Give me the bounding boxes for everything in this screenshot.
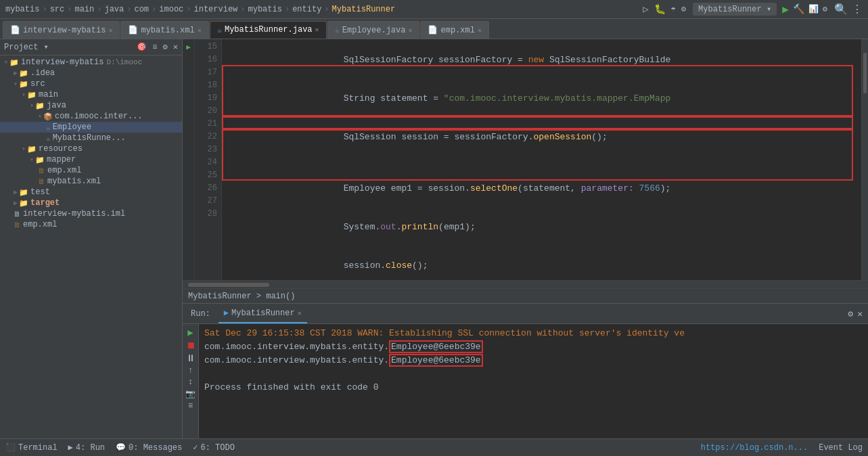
tree-item-main[interactable]: ▾ 📁 main	[0, 89, 182, 100]
output-warn-identity: identity	[626, 328, 668, 338]
run-toolbar: ▶ ⏹ ⏸ ↑ ↕ 📷 ≡	[183, 324, 199, 438]
editor-breadcrumb-text: MybatisRunner > main()	[188, 292, 295, 301]
todo-label: 6: TODO	[201, 443, 235, 453]
tab-interview-mybatis[interactable]: 📄 interview-mybatis ✕	[3, 21, 120, 39]
breadcrumb-main[interactable]: main	[74, 5, 94, 14]
settings-icon[interactable]: ⚙	[823, 4, 827, 14]
output-warn-without: without	[536, 328, 574, 338]
tab-close-emp-xml[interactable]: ✕	[478, 26, 482, 35]
messages-icon: 💬	[116, 442, 126, 453]
todo-icon: ✓	[193, 442, 198, 453]
tab-close-employee[interactable]: ✕	[408, 26, 412, 35]
tree-item-target[interactable]: ▶ 📁 target	[0, 198, 182, 208]
line-numbers: 15161718 19202122 23242526 2728	[195, 39, 222, 280]
output-line-employee2: com.imooc.interview.mybatis.entity.Emplo…	[204, 354, 863, 367]
tree-item-mybatis-xml[interactable]: 🗎 mybatis.xml	[0, 176, 182, 187]
breadcrumb-com[interactable]: com	[134, 5, 149, 14]
code-content: SqlSessionFactory sessionFactory = new S…	[222, 39, 861, 280]
run-bottom-button[interactable]: ▶ 4: Run	[68, 442, 105, 453]
run-scroll-top-button[interactable]: ↑	[188, 366, 193, 375]
run-play-button[interactable]: ▶	[187, 327, 193, 338]
code-line-18	[227, 156, 856, 169]
code-line-17: SqlSession session = sessionFactory.open…	[227, 118, 856, 156]
code-line-20: System.out.println(emp1);	[227, 208, 856, 246]
tree-item-com-imooc[interactable]: ▾ 📦 com.imooc.inter...	[0, 111, 182, 122]
sidebar-locate-icon[interactable]: 🎯	[137, 42, 147, 52]
search-icon[interactable]: 🔍	[834, 3, 848, 16]
more-icon[interactable]: ⋮	[852, 3, 863, 16]
tab-icon-xml2: 📄	[128, 25, 138, 35]
tree-item-employee[interactable]: ☕ Employee	[0, 122, 182, 133]
tree-item-interview-mybatis[interactable]: ▾ 📁 interview-mybatis D:\imooc	[0, 57, 182, 68]
sidebar-close-icon[interactable]: ✕	[173, 42, 178, 52]
run-tab-mybatisrunner[interactable]: ▶ MybatisRunner ✕	[219, 304, 307, 323]
play-indicator-15[interactable]: ▶	[186, 41, 191, 53]
tree-item-idea[interactable]: ▶ 📁 .idea	[0, 68, 182, 78]
code-line-15: SqlSessionFactory sessionFactory = new S…	[227, 41, 856, 79]
tree-item-resources[interactable]: ▾ 📁 resources	[0, 143, 182, 154]
run-button[interactable]: ▶	[782, 3, 789, 16]
tree-item-test[interactable]: ▶ 📁 test	[0, 187, 182, 198]
terminal-button[interactable]: ⬛ Terminal	[5, 442, 58, 453]
output-employee2: Employee@6eebc39e	[389, 354, 483, 367]
tab-mybatisrunner[interactable]: ☕ MybatisRunner.java ✕	[210, 21, 327, 39]
todo-button[interactable]: ✓ 6: TODO	[193, 442, 235, 453]
tab-label-mybatisrunner: MybatisRunner.java	[225, 25, 313, 35]
editor-scrollbar[interactable]	[861, 39, 868, 280]
gutter-indicators: ▶	[183, 39, 194, 280]
tree-item-mapper[interactable]: ▾ 📁 mapper	[0, 154, 182, 165]
run-icon[interactable]: ▷	[643, 3, 648, 15]
terminal-icon: ⬛	[5, 442, 16, 453]
breadcrumb-entity[interactable]: entity	[292, 5, 321, 14]
terminal-label: Terminal	[18, 443, 58, 453]
debug-icon[interactable]: 🐛	[654, 3, 666, 15]
run-filter-button[interactable]: ≡	[188, 401, 193, 411]
run-pause-button[interactable]: ⏸	[186, 353, 196, 364]
breadcrumb-java[interactable]: java	[104, 5, 124, 14]
sidebar-header: Project ▾ 🎯 ≡ ⚙ ✕	[0, 39, 182, 55]
url-link[interactable]: https://blog.csdn.n...	[701, 443, 808, 453]
run-tab-close[interactable]: ✕	[298, 309, 302, 317]
tab-close-mybatis-xml[interactable]: ✕	[198, 26, 202, 35]
external-tools-icon[interactable]: ⚙	[681, 4, 686, 14]
tree-item-emp-xml[interactable]: 🗎 emp.xml	[0, 165, 182, 176]
tab-emp-xml[interactable]: 📄 emp.xml ✕	[420, 21, 488, 39]
run-label-text: Run:	[191, 309, 210, 319]
event-log-button[interactable]: Event Log	[819, 443, 863, 453]
tab-mybatis-xml[interactable]: 📄 mybatis.xml ✕	[120, 21, 208, 39]
run-wrap-button[interactable]: ↕	[188, 378, 193, 387]
tab-icon-java: ☕	[217, 25, 222, 35]
run-camera-button[interactable]: 📷	[185, 389, 196, 399]
editor-breadcrumb: MybatisRunner > main()	[183, 288, 868, 303]
coverage-icon[interactable]: ☂	[671, 4, 676, 14]
run-config-dropdown[interactable]: MybatisRunner ▾	[693, 3, 777, 16]
tab-label-mybatis-xml: mybatis.xml	[141, 26, 194, 35]
breadcrumb-mybatis2[interactable]: mybatis	[248, 5, 282, 14]
run-stop-button[interactable]: ⏹	[186, 340, 196, 351]
tree-item-mybatisrunner[interactable]: ☕ MybatisRunne...	[0, 133, 182, 143]
sidebar-settings-icon[interactable]: ⚙	[163, 42, 168, 52]
tree-item-emp-xml-root[interactable]: 🗎 emp.xml	[0, 219, 182, 230]
profiler-icon[interactable]: 📊	[808, 4, 819, 14]
tab-close-mybatisrunner[interactable]: ✕	[315, 26, 319, 34]
sidebar-dropdown-icon[interactable]: ▾	[43, 42, 48, 52]
tree-item-iml[interactable]: 🗎 interview-mybatis.iml	[0, 208, 182, 219]
run-settings-icon[interactable]: ⚙	[848, 309, 853, 319]
sidebar-collapse-all-icon[interactable]: ≡	[152, 43, 157, 52]
tree-item-src[interactable]: ▾ 📁 src	[0, 78, 182, 89]
horizontal-scrollbar-area[interactable]	[183, 280, 868, 288]
messages-button[interactable]: 💬 0: Messages	[116, 442, 182, 453]
breadcrumb-imooc[interactable]: imooc	[159, 5, 183, 14]
run-close-icon[interactable]: ✕	[857, 309, 863, 319]
tab-close-interview-mybatis[interactable]: ✕	[108, 26, 112, 35]
breadcrumb-mybatis[interactable]: mybatis	[5, 5, 39, 14]
sidebar: Project ▾ 🎯 ≡ ⚙ ✕ ▾ 📁 interview-mybatis …	[0, 39, 183, 438]
tree-item-java[interactable]: ▾ 📁 java	[0, 100, 182, 111]
output-line-employee1: com.imooc.interview.mybatis.entity.Emplo…	[204, 340, 863, 354]
breadcrumb-src[interactable]: src	[50, 5, 65, 14]
breadcrumb-interview[interactable]: interview	[194, 5, 238, 14]
build-icon[interactable]: 🔨	[793, 3, 804, 15]
horizontal-scrollbar-thumb[interactable]	[188, 283, 269, 287]
status-bar-left: ⬛ Terminal ▶ 4: Run 💬 0: Messages ✓ 6: T…	[5, 442, 235, 453]
tab-employee[interactable]: ☕ Employee.java ✕	[327, 21, 420, 39]
